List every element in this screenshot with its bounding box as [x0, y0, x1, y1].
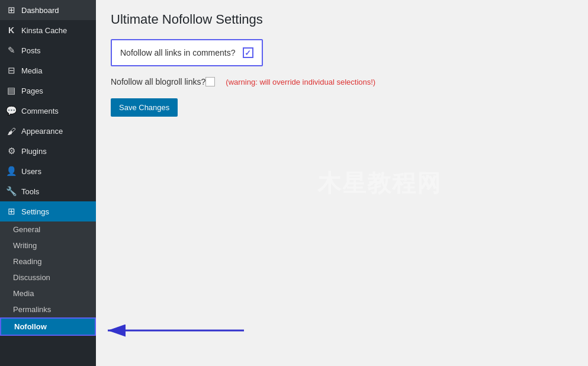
- page-title: Ultimate Nofollow Settings: [111, 12, 573, 27]
- settings-icon: ⊞: [6, 206, 17, 217]
- submenu-writing[interactable]: Writing: [0, 237, 96, 253]
- users-icon: 👤: [6, 166, 17, 176]
- sidebar-item-label: Tools: [21, 187, 39, 196]
- sidebar-item-label: Media: [21, 66, 42, 75]
- appearance-icon: 🖌: [6, 126, 17, 136]
- sidebar-item-plugins[interactable]: ⚙ Plugins: [0, 141, 96, 161]
- sidebar-item-tools[interactable]: 🔧 Tools: [0, 181, 96, 201]
- posts-icon: ✎: [6, 45, 17, 56]
- plugins-icon: ⚙: [6, 146, 17, 156]
- sidebar-item-label: Kinsta Cache: [21, 26, 67, 35]
- kinsta-icon: K: [6, 25, 17, 36]
- sidebar-item-appearance[interactable]: 🖌 Appearance: [0, 121, 96, 141]
- submenu-discussion[interactable]: Discussion: [0, 269, 96, 285]
- nofollow-comments-checkbox[interactable]: [243, 47, 253, 58]
- sidebar-item-label: Users: [21, 167, 41, 176]
- sidebar: ⊞ Dashboard K Kinsta Cache ✎ Posts ⊟ Med…: [0, 0, 96, 366]
- sidebar-item-label: Pages: [21, 86, 43, 95]
- sidebar-item-media[interactable]: ⊟ Media: [0, 60, 96, 81]
- watermark: 木星教程网: [317, 167, 442, 200]
- tools-icon: 🔧: [6, 186, 17, 197]
- nofollow-comments-row: Nofollow all links in comments?: [111, 39, 263, 66]
- dashboard-icon: ⊞: [6, 5, 17, 15]
- nofollow-blogroll-checkbox[interactable]: [205, 77, 215, 86]
- sidebar-item-pages[interactable]: ▤ Pages: [0, 81, 96, 101]
- save-changes-button[interactable]: Save Changes: [111, 98, 178, 117]
- sidebar-item-label: Comments: [21, 107, 59, 115]
- submenu-nofollow[interactable]: Nofollow: [0, 317, 96, 336]
- sidebar-item-comments[interactable]: 💬 Comments: [0, 101, 96, 121]
- submenu-reading[interactable]: Reading: [0, 253, 96, 269]
- sidebar-item-settings[interactable]: ⊞ Settings: [0, 201, 96, 221]
- sidebar-item-label: Appearance: [21, 127, 63, 136]
- arrow-indicator: [96, 313, 250, 348]
- sidebar-item-label: Settings: [21, 207, 49, 216]
- submenu-general[interactable]: General: [0, 221, 96, 237]
- submenu-permalinks[interactable]: Permalinks: [0, 301, 96, 317]
- sidebar-item-label: Dashboard: [21, 6, 59, 15]
- sidebar-item-dashboard[interactable]: ⊞ Dashboard: [0, 0, 96, 20]
- sidebar-item-posts[interactable]: ✎ Posts: [0, 40, 96, 60]
- submenu-media[interactable]: Media: [0, 285, 96, 301]
- sidebar-item-label: Posts: [21, 46, 41, 55]
- sidebar-item-kinsta[interactable]: K Kinsta Cache: [0, 20, 96, 40]
- main-content: Ultimate Nofollow Settings Nofollow all …: [96, 0, 588, 366]
- nofollow-comments-label: Nofollow all links in comments?: [120, 48, 236, 57]
- settings-submenu: General Writing Reading Discussion Media…: [0, 221, 96, 336]
- nofollow-blogroll-label: Nofollow all blogroll links?: [111, 77, 205, 86]
- pages-icon: ▤: [6, 85, 17, 96]
- sidebar-item-label: Plugins: [21, 147, 47, 156]
- nofollow-blogroll-row: Nofollow all blogroll links? (warning: w…: [111, 77, 573, 86]
- sidebar-item-users[interactable]: 👤 Users: [0, 161, 96, 181]
- nofollow-blogroll-warning: (warning: will override individual selec…: [226, 78, 375, 86]
- comments-icon: 💬: [6, 105, 17, 116]
- media-icon: ⊟: [6, 65, 17, 76]
